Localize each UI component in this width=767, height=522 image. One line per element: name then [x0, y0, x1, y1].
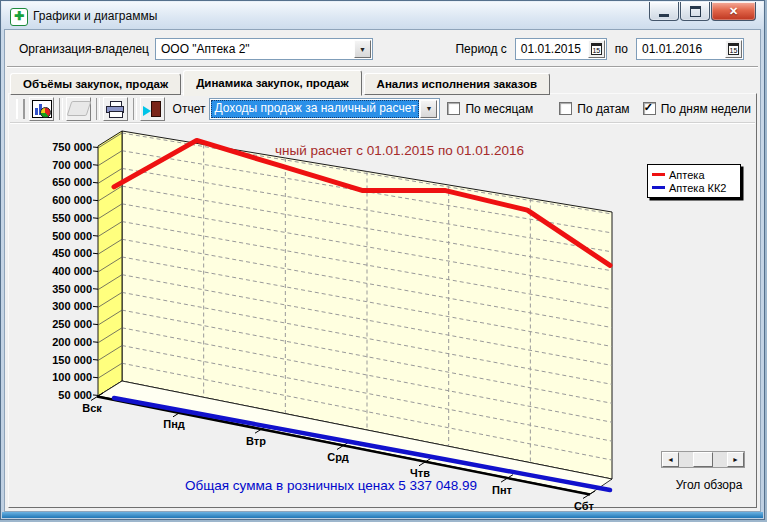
y-tick: [93, 342, 98, 343]
y-tick-label: 750 000: [52, 141, 92, 153]
arrow-right-icon[interactable]: ►: [727, 452, 744, 467]
chart-legend: Аптека Аптека КК2: [647, 164, 741, 198]
x-tick-label: Втр: [246, 435, 266, 447]
app-window: ✚ Графики и диаграммы ✕ Организация-влад…: [0, 0, 765, 520]
view-angle-control: ◄ ► Угол обзора: [661, 451, 757, 492]
y-tick-label: 500 000: [52, 230, 92, 242]
y-tick: [93, 377, 98, 378]
y-tick-label: 650 000: [52, 176, 92, 188]
arrow-left-icon[interactable]: ◄: [662, 452, 679, 467]
view-angle-label: Угол обзора: [661, 478, 757, 492]
y-tick-label: 150 000: [52, 354, 92, 366]
y-tick: [93, 395, 98, 396]
scrollbar-track[interactable]: [679, 452, 727, 467]
tab-strip: Объёмы закупок, продаж Динамика закупок,…: [10, 71, 552, 95]
tab-volumes[interactable]: Объёмы закупок, продаж: [10, 73, 181, 95]
legend-label: Аптека КК2: [669, 182, 727, 194]
total-sum-text: Общая сумма в розничных ценах 5 337 048.…: [151, 478, 511, 493]
y-tick-label: 350 000: [52, 283, 92, 295]
y-tick: [93, 182, 98, 183]
view-angle-scrollbar[interactable]: ◄ ►: [661, 451, 745, 468]
y-tick-label: 400 000: [52, 265, 92, 277]
y-tick: [93, 289, 98, 290]
legend-swatch: [652, 173, 665, 176]
y-tick: [93, 324, 98, 325]
y-tick: [93, 165, 98, 166]
y-tick: [93, 218, 98, 219]
y-tick: [93, 306, 98, 307]
y-tick-label: 700 000: [52, 159, 92, 171]
x-tick-label: Сбт: [574, 500, 595, 512]
y-tick-label: 200 000: [52, 336, 92, 348]
tab-dynamics[interactable]: Динамика закупок, продаж: [183, 70, 361, 96]
x-tick-label: Срд: [327, 451, 348, 463]
y-tick-label: 250 000: [52, 318, 92, 330]
y-tick: [93, 200, 98, 201]
y-tick-label: 100 000: [52, 371, 92, 383]
y-tick: [93, 147, 98, 148]
y-tick: [93, 271, 98, 272]
y-tick-label: 450 000: [52, 247, 92, 259]
y-tick: [93, 236, 98, 237]
y-tick-label: 50 000: [58, 389, 92, 401]
chart-title: чный расчет с 01.01.2015 по 01.01.2016: [275, 143, 524, 158]
legend-label: Аптека: [669, 169, 705, 181]
y-tick-label: 300 000: [52, 300, 92, 312]
tab-orders-analysis[interactable]: Анализ исполнения заказов: [364, 73, 550, 95]
y-tick-label: 600 000: [52, 194, 92, 206]
y-tick: [93, 253, 98, 254]
legend-item: Аптека КК2: [652, 181, 736, 194]
scrollbar-thumb[interactable]: [693, 452, 713, 467]
legend-swatch: [652, 186, 665, 189]
x-tick-label: Пнд: [163, 418, 185, 430]
legend-item: Аптека: [652, 168, 736, 181]
y-tick: [93, 360, 98, 361]
y-tick-label: 550 000: [52, 212, 92, 224]
x-tick-label: Вск: [82, 402, 102, 414]
